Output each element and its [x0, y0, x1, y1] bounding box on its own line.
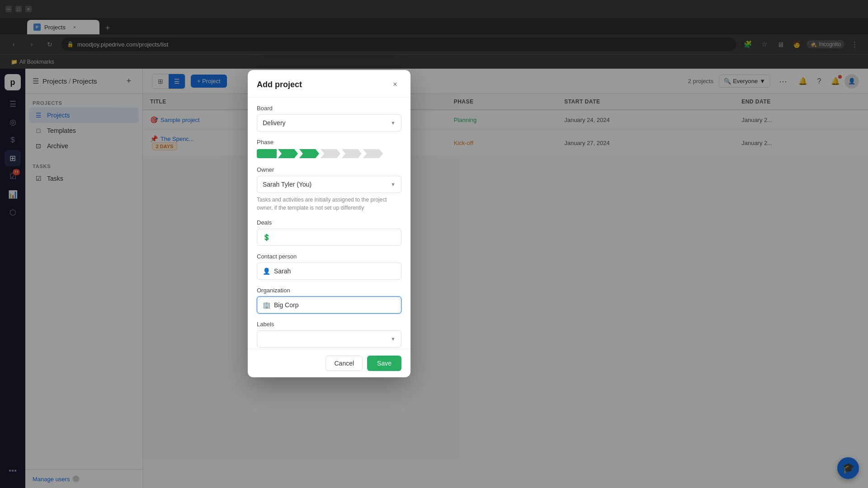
phase-field: Phase: [257, 139, 401, 159]
board-label: Board: [257, 105, 401, 112]
labels-select[interactable]: ▼: [257, 330, 401, 347]
org-value: Big Corp: [274, 301, 298, 309]
owner-note: Tasks and activities are initially assig…: [257, 196, 401, 212]
phase-step-4: [321, 149, 340, 158]
phase-step-5: [342, 149, 362, 158]
deals-icon: 💲: [263, 234, 270, 241]
contact-input[interactable]: 👤 Sarah: [257, 263, 401, 280]
add-project-modal: Add project × Board Delivery ▼ Phase: [248, 70, 410, 377]
modal-close-button[interactable]: ×: [389, 78, 401, 91]
board-select[interactable]: Delivery ▼: [257, 114, 401, 131]
phase-step-3: [299, 149, 319, 158]
modal-header: Add project ×: [248, 70, 410, 98]
labels-label: Labels: [257, 321, 401, 328]
modal-title: Add project: [257, 80, 302, 89]
contact-icon: 👤: [263, 267, 270, 275]
modal-overlay[interactable]: Add project × Board Delivery ▼ Phase: [0, 0, 868, 488]
org-icon: 🏢: [263, 301, 270, 309]
phase-step-6: [363, 149, 383, 158]
phase-step-1: [257, 149, 277, 158]
modal-body: Board Delivery ▼ Phase: [248, 98, 410, 349]
labels-arrow-icon: ▼: [391, 336, 396, 342]
cancel-button[interactable]: Cancel: [326, 356, 363, 371]
board-field: Board Delivery ▼: [257, 105, 401, 131]
phase-step-2: [278, 149, 298, 158]
board-value: Delivery: [263, 119, 286, 127]
deals-label: Deals: [257, 219, 401, 226]
board-arrow-icon: ▼: [391, 120, 396, 126]
owner-field: Owner Sarah Tyler (You) ▼ Tasks and acti…: [257, 166, 401, 212]
org-input[interactable]: 🏢 Big Corp: [257, 296, 401, 314]
deals-field: Deals 💲: [257, 219, 401, 246]
contact-field: Contact person 👤 Sarah: [257, 253, 401, 280]
org-label: Organization: [257, 287, 401, 294]
labels-field: Labels ▼: [257, 321, 401, 347]
owner-select[interactable]: Sarah Tyler (You) ▼: [257, 176, 401, 193]
phase-track[interactable]: [257, 148, 401, 159]
modal-footer: Cancel Save: [248, 349, 410, 377]
phase-label: Phase: [257, 139, 401, 145]
save-button[interactable]: Save: [367, 356, 401, 371]
owner-label: Owner: [257, 166, 401, 173]
contact-label: Contact person: [257, 253, 401, 260]
owner-arrow-icon: ▼: [391, 182, 396, 187]
owner-value: Sarah Tyler (You): [263, 181, 311, 188]
org-field: Organization 🏢 Big Corp: [257, 287, 401, 314]
contact-value: Sarah: [274, 267, 291, 275]
deals-input[interactable]: 💲: [257, 229, 401, 246]
